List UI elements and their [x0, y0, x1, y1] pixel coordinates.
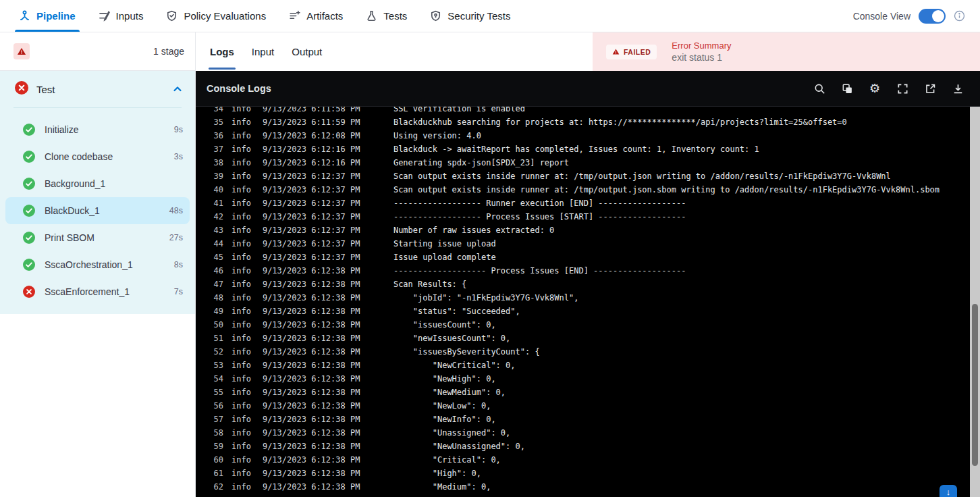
error-texts: Error Summary exit status 1	[672, 41, 731, 63]
log-level: info	[232, 453, 251, 467]
log-timestamp: 9/13/2023 6:11:59 PM	[263, 115, 365, 129]
security-tests-icon	[430, 10, 441, 22]
log-message: "status": "Succeeded",	[393, 305, 520, 318]
log-level: info	[232, 278, 251, 291]
step-name: BlackDuck_1	[45, 205, 100, 216]
log-level: info	[232, 305, 251, 318]
log-message: "High": 0,	[393, 467, 481, 480]
log-level: info	[232, 372, 251, 386]
log-line-number: 34	[196, 107, 223, 115]
scrollbar-track[interactable]	[970, 107, 980, 497]
log-line-number: 40	[196, 183, 223, 197]
log-level: info	[232, 413, 251, 426]
log-timestamp: 9/13/2023 6:12:37 PM	[263, 251, 365, 264]
log-message: "issuesCount": 0,	[393, 318, 496, 332]
log-message: Issue upload complete	[393, 251, 496, 264]
log-level: info	[232, 237, 251, 251]
log-message: Scan output exists inside runner at: /tm…	[393, 169, 891, 183]
log-timestamp: 9/13/2023 6:12:37 PM	[263, 224, 365, 237]
step-row[interactable]: SscaOrchestration_1 8s	[5, 251, 190, 278]
log-timestamp: 9/13/2023 6:12:38 PM	[263, 386, 365, 399]
tab-label: Logs	[210, 46, 234, 57]
log-line-number: 38	[196, 156, 223, 169]
search-icon[interactable]	[813, 82, 825, 95]
log-line: 54 info 9/13/2023 6:12:38 PM "NewHigh": …	[196, 372, 980, 386]
tab-input[interactable]: Input	[252, 32, 274, 71]
check-circle-icon	[23, 124, 35, 136]
toggle-knob	[932, 10, 944, 22]
log-level: info	[232, 129, 251, 142]
tab-pipeline[interactable]: Pipeline	[19, 0, 76, 32]
tab-inputs[interactable]: Inputs	[99, 0, 144, 32]
step-row[interactable]: Print SBOM 27s	[5, 224, 190, 251]
stage-row-test[interactable]: Test	[0, 71, 195, 107]
tab-security-tests[interactable]: Security Tests	[430, 0, 510, 32]
download-icon[interactable]	[952, 82, 964, 95]
log-timestamp: 9/13/2023 6:12:37 PM	[263, 183, 365, 197]
console-view-toggle[interactable]	[919, 9, 946, 24]
log-line-number: 61	[196, 467, 223, 480]
tab-logs[interactable]: Logs	[210, 32, 234, 71]
log-line-number: 45	[196, 251, 223, 264]
copy-icon[interactable]	[841, 82, 853, 95]
tab-artifacts[interactable]: Artifacts	[289, 0, 343, 32]
content-row: 1 stage Test	[0, 32, 980, 497]
step-duration: 7s	[174, 287, 183, 296]
log-level: info	[232, 224, 251, 237]
log-line: 45 info 9/13/2023 6:12:37 PM Issue uploa…	[196, 251, 980, 264]
step-row[interactable]: Background_1	[5, 170, 190, 197]
log-timestamp: 9/13/2023 6:11:58 PM	[263, 107, 365, 115]
log-line-number: 43	[196, 224, 223, 237]
step-row[interactable]: Clone codebase 3s	[5, 143, 190, 170]
log-level: info	[232, 480, 251, 494]
info-icon[interactable]	[954, 10, 965, 22]
open-in-new-icon[interactable]	[924, 82, 936, 95]
x-circle-icon	[15, 81, 28, 97]
chevron-up-icon[interactable]	[172, 84, 183, 95]
log-level: info	[232, 156, 251, 169]
log-line-number: 42	[196, 210, 223, 224]
log-level: info	[232, 115, 251, 129]
step-row[interactable]: SscaEnforcement_1 7s	[5, 278, 190, 305]
log-level: info	[232, 251, 251, 264]
log-line: 34 info 9/13/2023 6:11:58 PM SSL verific…	[196, 107, 980, 115]
log-level: info	[232, 318, 251, 332]
log-line-number: 39	[196, 169, 223, 183]
log-level: info	[232, 264, 251, 278]
main-panel: Logs Input Output	[196, 32, 980, 497]
log-scroll-area[interactable]: 34 info 9/13/2023 6:11:58 PM SSL verific…	[196, 107, 980, 497]
tab-output[interactable]: Output	[292, 32, 322, 71]
log-line-number: 51	[196, 332, 223, 345]
log-timestamp: 9/13/2023 6:12:38 PM	[263, 480, 365, 494]
tab-label: Tests	[383, 10, 407, 22]
log-message: "issuesBySeverityCount": {	[393, 345, 540, 359]
scrollbar-thumb[interactable]	[972, 304, 978, 466]
tests-icon	[366, 10, 377, 22]
fullscreen-icon[interactable]	[896, 82, 908, 95]
step-duration: 3s	[174, 152, 183, 161]
log-timestamp: 9/13/2023 6:12:37 PM	[263, 197, 365, 210]
error-summary-title: Error Summary	[672, 41, 731, 51]
tab-tests[interactable]: Tests	[366, 0, 407, 32]
pipeline-execution-page: Pipeline Inputs Policy Evaluations	[0, 0, 980, 497]
log-line: 58 info 9/13/2023 6:12:38 PM "Unassigned…	[196, 426, 980, 440]
step-row[interactable]: Initialize 9s	[5, 116, 190, 143]
log-timestamp: 9/13/2023 6:12:38 PM	[263, 426, 365, 440]
log-timestamp: 9/13/2023 6:12:38 PM	[263, 372, 365, 386]
log-message: Scan Results: {	[393, 278, 466, 291]
log-line: 55 info 9/13/2023 6:12:38 PM "NewMedium"…	[196, 386, 980, 399]
log-timestamp: 9/13/2023 6:12:38 PM	[263, 467, 365, 480]
log-line: 49 info 9/13/2023 6:12:38 PM "status": "…	[196, 305, 980, 318]
log-line: 59 info 9/13/2023 6:12:38 PM "NewUnassig…	[196, 440, 980, 453]
step-row[interactable]: BlackDuck_1 48s	[5, 197, 190, 224]
scroll-to-bottom-button[interactable]: ↓	[940, 485, 957, 497]
log-message: "Unassigned": 0,	[393, 426, 510, 440]
log-message: Starting issue upload	[393, 237, 496, 251]
log-message: "Medium": 0,	[393, 480, 491, 494]
log-line-number: 50	[196, 318, 223, 332]
check-circle-icon	[23, 259, 35, 271]
settings-icon[interactable]: ⚙	[869, 82, 881, 95]
tab-policy-evaluations[interactable]: Policy Evaluations	[166, 0, 266, 32]
log-line: 57 info 9/13/2023 6:12:38 PM "NewInfo": …	[196, 413, 980, 426]
log-message: Blackduckhub searching for projects at: …	[393, 115, 847, 129]
